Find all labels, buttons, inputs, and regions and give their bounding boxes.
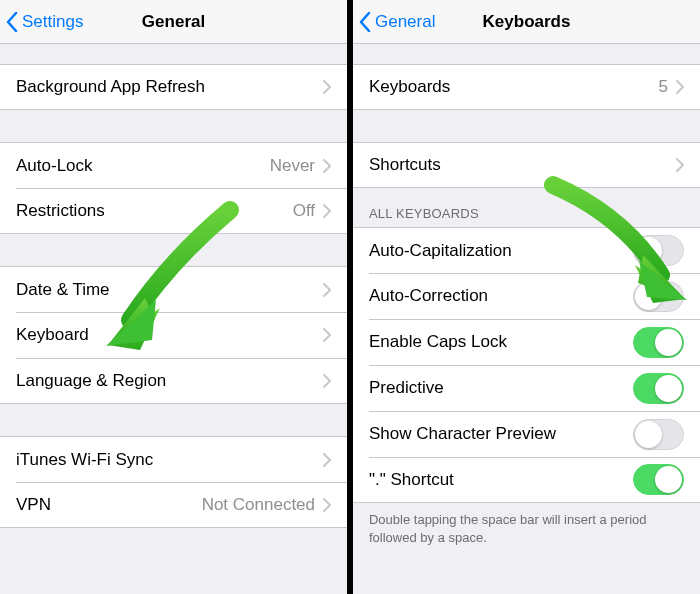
- row-language-region[interactable]: Language & Region: [0, 358, 347, 404]
- navbar-general: Settings General: [0, 0, 347, 44]
- back-label: Settings: [22, 12, 83, 32]
- row-label: Shortcuts: [369, 155, 676, 175]
- section-header-all-keyboards: ALL KEYBOARDS: [353, 188, 700, 227]
- row-vpn[interactable]: VPN Not Connected: [0, 482, 347, 528]
- row-detail: Off: [293, 201, 315, 221]
- row-auto-capitalization[interactable]: Auto-Capitalization: [353, 227, 700, 273]
- group-gap: [0, 110, 347, 142]
- chevron-right-icon: [323, 374, 331, 388]
- row-label: Background App Refresh: [16, 77, 323, 97]
- back-label: General: [375, 12, 435, 32]
- row-date-time[interactable]: Date & Time: [0, 266, 347, 312]
- toggle-predictive[interactable]: [633, 373, 684, 404]
- row-detail: 5: [659, 77, 668, 97]
- row-auto-correction[interactable]: Auto-Correction: [353, 273, 700, 319]
- row-label: Language & Region: [16, 371, 323, 391]
- row-enable-caps-lock[interactable]: Enable Caps Lock: [353, 319, 700, 365]
- row-label: Auto-Lock: [16, 156, 270, 176]
- chevron-left-icon: [359, 12, 371, 32]
- toggle-enable-caps-lock[interactable]: [633, 327, 684, 358]
- row-label: Auto-Correction: [369, 286, 633, 306]
- row-label: iTunes Wi-Fi Sync: [16, 450, 323, 470]
- chevron-right-icon: [323, 498, 331, 512]
- row-label: Restrictions: [16, 201, 293, 221]
- row-keyboards-count[interactable]: Keyboards 5: [353, 64, 700, 110]
- row-shortcuts[interactable]: Shortcuts: [353, 142, 700, 188]
- toggle-show-character-preview[interactable]: [633, 419, 684, 450]
- row-background-app-refresh[interactable]: Background App Refresh: [0, 64, 347, 110]
- group-gap: [0, 404, 347, 436]
- row-label: Date & Time: [16, 280, 323, 300]
- row-restrictions[interactable]: Restrictions Off: [0, 188, 347, 234]
- row-detail: Not Connected: [202, 495, 315, 515]
- row-predictive[interactable]: Predictive: [353, 365, 700, 411]
- back-to-general[interactable]: General: [359, 0, 435, 44]
- chevron-right-icon: [676, 158, 684, 172]
- chevron-left-icon: [6, 12, 18, 32]
- row-label: "." Shortcut: [369, 470, 633, 490]
- toggle-period-shortcut[interactable]: [633, 464, 684, 495]
- back-to-settings[interactable]: Settings: [6, 0, 83, 44]
- group-gap: [0, 44, 347, 64]
- chevron-right-icon: [323, 80, 331, 94]
- page-title-general: General: [142, 12, 205, 32]
- row-label: VPN: [16, 495, 202, 515]
- page-title-keyboards: Keyboards: [483, 12, 571, 32]
- chevron-right-icon: [323, 283, 331, 297]
- section-footer-period-shortcut: Double tapping the space bar will insert…: [353, 503, 700, 564]
- toggle-auto-correction[interactable]: [633, 281, 684, 312]
- group-gap: [0, 234, 347, 266]
- row-period-shortcut[interactable]: "." Shortcut: [353, 457, 700, 503]
- row-auto-lock[interactable]: Auto-Lock Never: [0, 142, 347, 188]
- row-label: Enable Caps Lock: [369, 332, 633, 352]
- row-label: Auto-Capitalization: [369, 241, 633, 261]
- chevron-right-icon: [323, 159, 331, 173]
- row-detail: Never: [270, 156, 315, 176]
- chevron-right-icon: [676, 80, 684, 94]
- navbar-keyboards: General Keyboards: [353, 0, 700, 44]
- row-label: Keyboard: [16, 325, 323, 345]
- chevron-right-icon: [323, 204, 331, 218]
- row-label: Keyboards: [369, 77, 659, 97]
- group-gap: [353, 110, 700, 142]
- chevron-right-icon: [323, 453, 331, 467]
- group-gap: [353, 44, 700, 64]
- row-keyboard[interactable]: Keyboard: [0, 312, 347, 358]
- toggle-auto-capitalization[interactable]: [633, 235, 684, 266]
- panel-general: Settings General Background App Refresh …: [0, 0, 347, 594]
- chevron-right-icon: [323, 328, 331, 342]
- screenshot-frame: Settings General Background App Refresh …: [0, 0, 700, 594]
- row-label: Predictive: [369, 378, 633, 398]
- row-show-character-preview[interactable]: Show Character Preview: [353, 411, 700, 457]
- row-label: Show Character Preview: [369, 424, 633, 444]
- row-itunes-wifi-sync[interactable]: iTunes Wi-Fi Sync: [0, 436, 347, 482]
- panel-keyboards: General Keyboards Keyboards 5 Shortcuts …: [353, 0, 700, 594]
